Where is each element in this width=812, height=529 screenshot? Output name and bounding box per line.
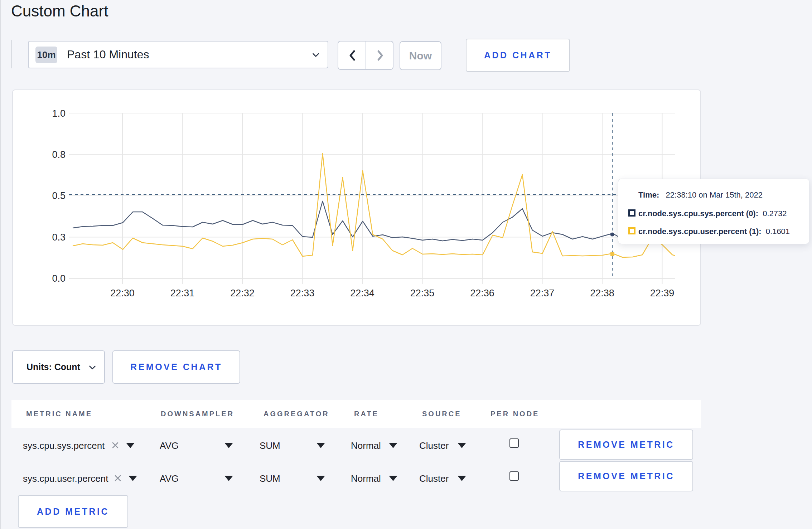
svg-text:22:39: 22:39 <box>650 288 675 299</box>
svg-text:22:38: 22:38 <box>590 288 614 299</box>
svg-text:22:37: 22:37 <box>530 288 555 299</box>
svg-text:0.3: 0.3 <box>52 232 66 243</box>
svg-text:22:34: 22:34 <box>350 288 374 299</box>
svg-text:22:33: 22:33 <box>290 288 315 299</box>
svg-text:0.8: 0.8 <box>52 149 66 160</box>
svg-text:22:32: 22:32 <box>230 288 255 299</box>
svg-text:22:31: 22:31 <box>170 288 195 299</box>
svg-text:0.0: 0.0 <box>52 273 66 284</box>
svg-text:22:36: 22:36 <box>470 288 494 299</box>
svg-text:1.0: 1.0 <box>52 108 66 119</box>
svg-text:22:30: 22:30 <box>110 288 135 299</box>
svg-text:22:35: 22:35 <box>410 288 435 299</box>
svg-text:0.5: 0.5 <box>52 190 66 201</box>
